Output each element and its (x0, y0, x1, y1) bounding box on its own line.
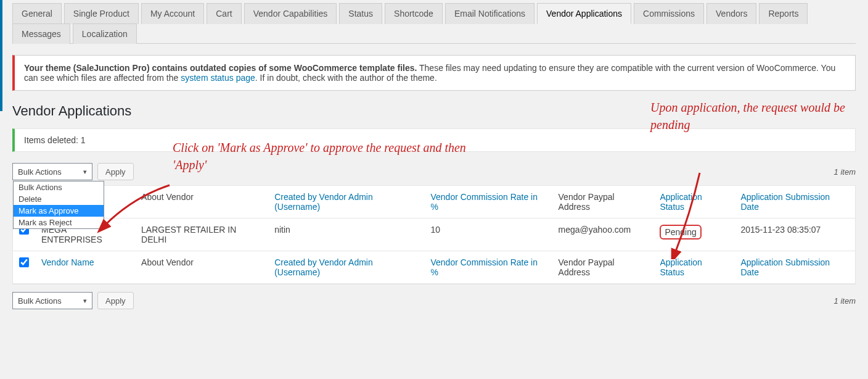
cell-commission: 10 (424, 219, 552, 251)
col-status[interactable]: Application Status (660, 192, 702, 212)
cell-created-by: nitin (268, 219, 424, 251)
select-all-checkbox-bottom[interactable] (19, 257, 29, 267)
bulk-option-bulk-actions[interactable]: Bulk Actions (14, 181, 104, 193)
notice-bold: Your theme (SaleJunction Pro) contains o… (24, 63, 417, 73)
tab-single-product[interactable]: Single Product (64, 3, 139, 24)
col-date[interactable]: Application Submission Date (740, 192, 830, 212)
apply-button-bottom[interactable]: Apply (97, 292, 134, 309)
cell-paypal: mega@yahoo.com (552, 219, 654, 251)
item-count-bottom: 1 item (834, 296, 856, 306)
tab-messages[interactable]: Messages (12, 23, 70, 44)
page-title: Vendor Applications (12, 103, 856, 119)
bulk-selected-label-bottom: Bulk Actions (18, 296, 62, 306)
item-count-top: 1 item (834, 167, 856, 177)
tab-vendors[interactable]: Vendors (706, 3, 756, 24)
col-paypal: Vendor Paypal Address (559, 192, 615, 212)
tab-shortcode[interactable]: Shortcode (385, 3, 443, 24)
tab-my-account[interactable]: My Account (141, 3, 204, 24)
col-commission-foot[interactable]: Vendor Commission Rate in % (430, 257, 538, 277)
nav-tabs: General Single Product My Account Cart V… (12, 0, 856, 44)
cell-date: 2015-11-23 08:35:07 (734, 219, 855, 251)
tab-status[interactable]: Status (339, 3, 382, 24)
tab-general[interactable]: General (12, 3, 62, 24)
cell-status: Pending (660, 225, 701, 239)
table-row: MEGA ENTERPRISES LARGEST RETAILER IN DEL… (13, 219, 855, 251)
notice-text2: . If in doubt, check with the author of … (255, 73, 437, 83)
bulk-option-mark-approve[interactable]: Mark as Approve (14, 205, 104, 217)
tab-reports[interactable]: Reports (759, 3, 808, 24)
cell-about: LARGEST RETAILER IN DELHI (135, 219, 268, 251)
applications-table: Vendor Name About Vendor Created by Vend… (12, 185, 856, 285)
col-about: About Vendor (141, 192, 194, 202)
col-vendor-name-foot[interactable]: Vendor Name (41, 257, 94, 267)
col-created-by-foot[interactable]: Created by Vendor Admin (Username) (274, 257, 373, 277)
tab-localization[interactable]: Localization (73, 23, 137, 44)
items-deleted-notice: Items deleted: 1 (12, 128, 856, 152)
tab-vendor-applications[interactable]: Vendor Applications (537, 3, 631, 24)
apply-button-top[interactable]: Apply (97, 163, 134, 180)
col-commission[interactable]: Vendor Commission Rate in % (430, 192, 538, 212)
col-created-by[interactable]: Created by Vendor Admin (Username) (274, 192, 373, 212)
outdated-template-notice: Your theme (SaleJunction Pro) contains o… (12, 55, 856, 91)
col-paypal-foot: Vendor Paypal Address (559, 257, 615, 277)
bulk-option-delete[interactable]: Delete (14, 193, 104, 205)
bulk-option-mark-reject[interactable]: Mark as Reject (14, 217, 104, 228)
tab-cart[interactable]: Cart (207, 3, 241, 24)
tab-vendor-capabilities[interactable]: Vendor Capabilities (244, 3, 337, 24)
col-date-foot[interactable]: Application Submission Date (740, 257, 830, 277)
tab-commissions[interactable]: Commissions (634, 3, 704, 24)
bulk-actions-select[interactable]: Bulk Actions Bulk Actions Delete Mark as… (12, 163, 92, 180)
bulk-selected-label: Bulk Actions (18, 167, 62, 177)
col-status-foot[interactable]: Application Status (660, 257, 702, 277)
col-about-foot: About Vendor (141, 257, 194, 267)
bulk-actions-dropdown: Bulk Actions Delete Mark as Approve Mark… (13, 181, 104, 229)
tab-email-notifications[interactable]: Email Notifications (445, 3, 534, 24)
bulk-actions-select-bottom[interactable]: Bulk Actions (12, 292, 92, 309)
system-status-link[interactable]: system status page (181, 73, 255, 83)
